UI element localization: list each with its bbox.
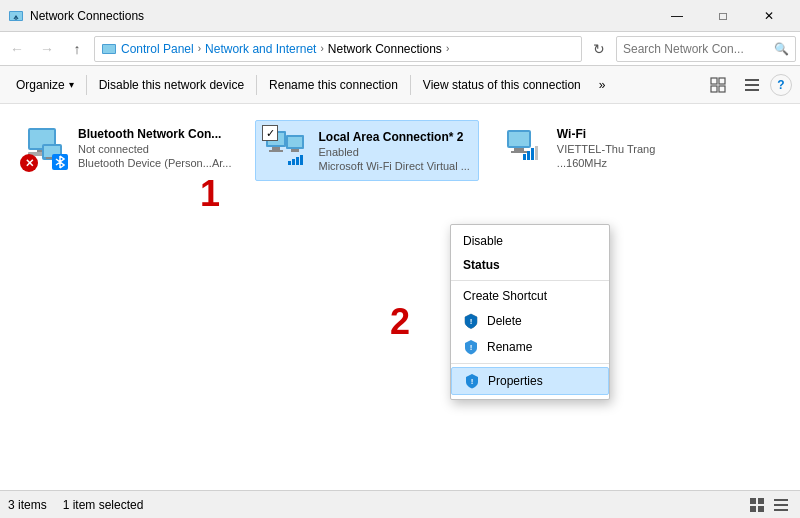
shield-icon-properties: ! [464,373,480,389]
back-button[interactable]: ← [4,36,30,62]
disable-device-button[interactable]: Disable this network device [91,69,252,101]
svg-rect-46 [750,498,756,504]
large-icons-view-button[interactable] [746,494,768,516]
svg-rect-5 [711,78,717,84]
local-area-status: Enabled [318,146,469,158]
breadcrumb-network-connections: Network Connections [328,42,442,56]
bluetooth-icon [52,154,68,170]
wifi-info: Wi-Fi VIETTEL-Thu Trang ...160MHz [557,127,655,169]
details-view-button[interactable] [770,494,792,516]
items-count: 3 items [8,498,47,512]
window-controls: — □ ✕ [654,0,792,32]
context-menu-rename[interactable]: ! Rename [451,334,609,360]
svg-rect-30 [291,149,299,152]
svg-rect-8 [719,86,725,92]
wifi-name: Wi-Fi [557,127,655,141]
svg-rect-27 [269,150,283,152]
bluetooth-status: Not connected [78,143,231,155]
svg-rect-37 [514,148,524,151]
layout-icon [744,77,760,93]
network-item-wifi[interactable]: Wi-Fi VIETTEL-Thu Trang ...160MHz [495,120,675,176]
svg-text:!: ! [470,343,473,352]
view-toggle-button[interactable] [702,69,734,101]
svg-rect-42 [535,146,538,160]
local-area-info: Local Area Connection* 2 Enabled Microso… [318,130,469,172]
forward-button[interactable]: → [34,36,60,62]
svg-rect-10 [745,84,759,86]
layout-button[interactable] [736,69,768,101]
local-area-name: Local Area Connection* 2 [318,130,469,144]
wifi-icon-container [503,126,547,170]
status-bar: 3 items 1 item selected [0,490,800,518]
svg-rect-49 [758,506,764,512]
bluetooth-name: Bluetooth Network Con... [78,127,231,141]
more-button[interactable]: » [591,69,614,101]
network-area: ✕ Bluetooth Network Con... Not connected… [0,104,800,490]
wifi-status: VIETTEL-Thu Trang [557,143,655,155]
window-icon [8,8,24,24]
toolbar-separator-3 [410,75,411,95]
svg-rect-32 [292,159,295,165]
local-area-detail: Microsoft Wi-Fi Direct Virtual ... [318,160,469,172]
up-button[interactable]: ↑ [64,36,90,62]
svg-rect-52 [774,509,788,511]
svg-rect-48 [750,506,756,512]
svg-text:!: ! [470,317,473,326]
view-status-button[interactable]: View status of this connection [415,69,589,101]
main-area: ✕ Bluetooth Network Con... Not connected… [0,104,800,490]
breadcrumb-control-panel[interactable]: Control Panel [121,42,194,56]
breadcrumb-network-internet[interactable]: Network and Internet [205,42,316,56]
close-button[interactable]: ✕ [746,0,792,32]
svg-rect-7 [711,86,717,92]
svg-rect-41 [531,148,534,160]
maximize-button[interactable]: □ [700,0,746,32]
network-item-bluetooth[interactable]: ✕ Bluetooth Network Con... Not connected… [16,120,239,176]
view-icon [710,77,726,93]
toolbar-separator [86,75,87,95]
svg-rect-39 [523,154,526,160]
status-right [746,494,792,516]
shield-icon-rename: ! [463,339,479,355]
search-box[interactable]: 🔍 [616,36,796,62]
context-menu-disable[interactable]: Disable [451,229,609,253]
svg-rect-9 [745,79,759,81]
svg-rect-29 [288,137,302,147]
wifi-detail: ...160MHz [557,157,655,169]
svg-rect-33 [296,157,299,165]
shield-icon-delete: ! [463,313,479,329]
svg-rect-4 [103,45,115,53]
context-menu-delete[interactable]: ! Delete [451,308,609,334]
minimize-button[interactable]: — [654,0,700,32]
help-button[interactable]: ? [770,74,792,96]
toolbar-right: ? [702,69,792,101]
context-menu-separator-1 [451,280,609,281]
large-icons-view-icon [749,497,765,513]
svg-rect-6 [719,78,725,84]
window-title: Network Connections [30,9,654,23]
annotation-2: 2 [390,304,410,340]
breadcrumb: Control Panel › Network and Internet › N… [94,36,582,62]
context-menu-status[interactable]: Status [451,253,609,277]
network-item-local-area[interactable]: ✓ [255,120,478,181]
context-menu-create-shortcut[interactable]: Create Shortcut [451,284,609,308]
svg-rect-36 [509,132,529,146]
context-menu-properties[interactable]: ! Properties [451,367,609,395]
context-menu-separator-2 [451,363,609,364]
search-icon: 🔍 [774,42,789,56]
status-left: 3 items 1 item selected [8,498,746,512]
organize-button[interactable]: Organize ▾ [8,69,82,101]
toolbar-separator-2 [256,75,257,95]
details-view-icon [773,497,789,513]
rename-connection-button[interactable]: Rename this connection [261,69,406,101]
svg-rect-34 [300,155,303,165]
svg-rect-50 [774,499,788,501]
search-input[interactable] [623,42,774,56]
bluetooth-detail: Bluetooth Device (Person...Ar... [78,157,231,169]
bluetooth-network-icon: ✕ [24,126,68,170]
refresh-button[interactable]: ↻ [586,36,612,62]
svg-rect-11 [745,89,759,91]
checkbox[interactable]: ✓ [262,125,278,141]
svg-rect-31 [288,161,291,165]
svg-rect-26 [272,147,280,150]
bluetooth-network-info: Bluetooth Network Con... Not connected B… [78,127,231,169]
